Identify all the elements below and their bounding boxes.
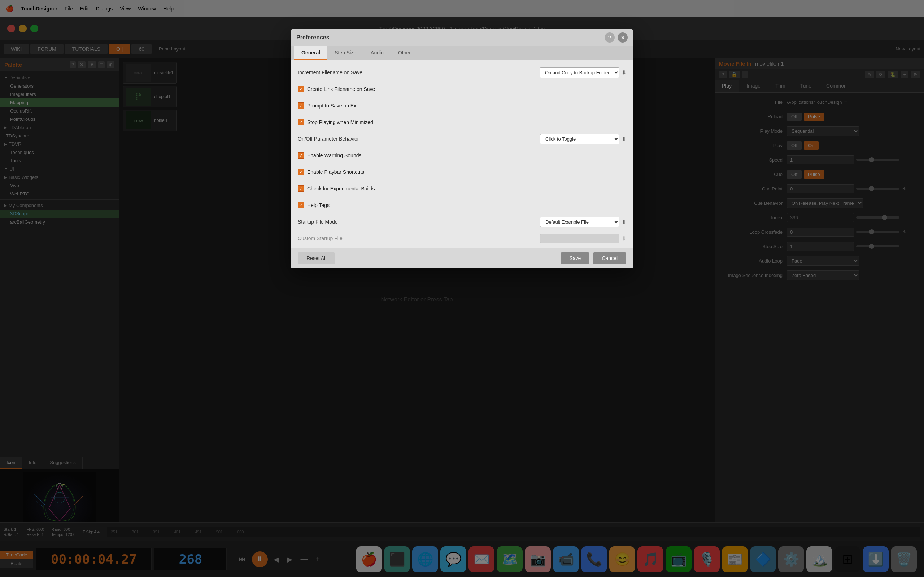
pref-label-onoff: On/Off Parameter Behavior <box>298 136 370 142</box>
checkbox-experimental[interactable]: ✓ <box>298 185 304 192</box>
modal-help-btn[interactable]: ? <box>604 32 615 43</box>
pref-prompt-save: ✓ Prompt to Save on Exit <box>298 99 626 112</box>
pref-label-area-customstartup: Custom Startup File <box>298 235 525 241</box>
cancel-btn[interactable]: Cancel <box>593 253 626 264</box>
modal-tabs: General Step Size Audio Other <box>291 46 633 60</box>
reset-all-btn[interactable]: Reset All <box>298 253 335 264</box>
pref-label-area-promptsave: ✓ Prompt to Save on Exit <box>298 102 626 109</box>
pref-text-playbar: Enable Playbar Shortcuts <box>307 169 364 175</box>
pref-playbar-shortcuts: ✓ Enable Playbar Shortcuts <box>298 166 626 179</box>
modal-titlebar: Preferences ? ✕ <box>291 29 633 46</box>
onoff-behavior-dropdown[interactable]: Click to Toggle Momentary <box>540 134 619 144</box>
pref-stop-playing: ✓ Stop Playing when Minimized <box>298 116 626 129</box>
pref-text-stopplaying: Stop Playing when Minimized <box>307 119 373 125</box>
pref-startup-file-mode: Startup File Mode Default Example File C… <box>298 215 626 228</box>
checkbox-prompt-save[interactable]: ✓ <box>298 102 304 109</box>
modal-close-btn[interactable]: ✕ <box>617 32 628 43</box>
pref-label-area-increment: Increment Filename on Save <box>298 69 525 76</box>
pref-label-area-helptags: ✓ Help Tags <box>298 202 626 208</box>
pref-text-helptags: Help Tags <box>307 202 330 208</box>
pref-create-link: ✓ Create Link Filename on Save <box>298 82 626 95</box>
pref-increment-filename: Increment Filename on Save On and Copy t… <box>298 66 626 79</box>
pref-dropdown-area-customstartup: ⬇ <box>525 234 626 243</box>
pref-label-area-experimental: ✓ Check for Experimental Builds <box>298 185 626 192</box>
pref-label-area-playbar: ✓ Enable Playbar Shortcuts <box>298 169 626 175</box>
footer-right-btns: Save Cancel <box>561 253 626 264</box>
increment-filename-dropdown[interactable]: On and Copy to Backup Folder On Off <box>540 68 619 78</box>
pref-text-experimental: Check for Experimental Builds <box>307 186 375 192</box>
checkbox-warning-sounds[interactable]: ✓ <box>298 152 304 159</box>
modal-tab-other[interactable]: Other <box>391 46 418 60</box>
modal-footer: Reset All Save Cancel <box>291 248 633 268</box>
pref-label-area-createlink: ✓ Create Link Filename on Save <box>298 86 626 92</box>
modal-body: Increment Filename on Save On and Copy t… <box>291 60 633 248</box>
modal-title-text: Preferences <box>296 34 330 41</box>
save-btn[interactable]: Save <box>561 253 590 264</box>
pref-experimental-builds: ✓ Check for Experimental Builds <box>298 182 626 195</box>
custom-startup-input <box>540 234 619 243</box>
pref-label-customstartup: Custom Startup File <box>298 235 370 241</box>
pref-text-promptsave: Prompt to Save on Exit <box>307 103 359 108</box>
pref-warning-sounds: ✓ Enable Warning Sounds <box>298 149 626 162</box>
pref-label-area-startupmode: Startup File Mode <box>298 219 525 225</box>
startup-arrow-icon[interactable]: ⬇ <box>622 219 626 226</box>
checkbox-playbar-shortcuts[interactable]: ✓ <box>298 169 304 175</box>
onoff-arrow-icon[interactable]: ⬇ <box>622 135 626 142</box>
checkbox-create-link[interactable]: ✓ <box>298 86 304 92</box>
modal-overlay: Preferences ? ✕ General Step Size Audio … <box>0 0 924 577</box>
checkbox-help-tags[interactable]: ✓ <box>298 202 304 208</box>
modal-controls: ? ✕ <box>604 32 628 43</box>
pref-label-area-stopplaying: ✓ Stop Playing when Minimized <box>298 119 626 126</box>
preferences-modal: Preferences ? ✕ General Step Size Audio … <box>291 29 633 268</box>
pref-dropdown-area-onoff: Click to Toggle Momentary ⬇ <box>525 134 626 144</box>
startup-mode-dropdown[interactable]: Default Example File Custom File Empty <box>540 217 619 227</box>
pref-custom-startup: Custom Startup File ⬇ <box>298 232 626 245</box>
pref-label-increment: Increment Filename on Save <box>298 69 370 76</box>
modal-tab-stepsize[interactable]: Step Size <box>327 46 363 60</box>
pref-label-area-onoff: On/Off Parameter Behavior <box>298 136 525 142</box>
pref-dropdown-area-startup: Default Example File Custom File Empty ⬇ <box>525 217 626 227</box>
increment-arrow-icon[interactable]: ⬇ <box>622 69 626 76</box>
pref-text-createlink: Create Link Filename on Save <box>307 86 375 92</box>
customstartup-arrow-icon: ⬇ <box>622 235 626 242</box>
modal-tab-audio[interactable]: Audio <box>363 46 391 60</box>
pref-label-startupmode: Startup File Mode <box>298 219 370 225</box>
pref-onoff-behavior: On/Off Parameter Behavior Click to Toggl… <box>298 132 626 145</box>
pref-text-warning: Enable Warning Sounds <box>307 153 361 158</box>
pref-help-tags: ✓ Help Tags <box>298 199 626 212</box>
modal-tab-general[interactable]: General <box>294 46 327 60</box>
checkbox-stop-playing[interactable]: ✓ <box>298 119 304 126</box>
pref-dropdown-area-increment: On and Copy to Backup Folder On Off ⬇ <box>525 68 626 78</box>
pref-label-area-warning: ✓ Enable Warning Sounds <box>298 152 626 159</box>
